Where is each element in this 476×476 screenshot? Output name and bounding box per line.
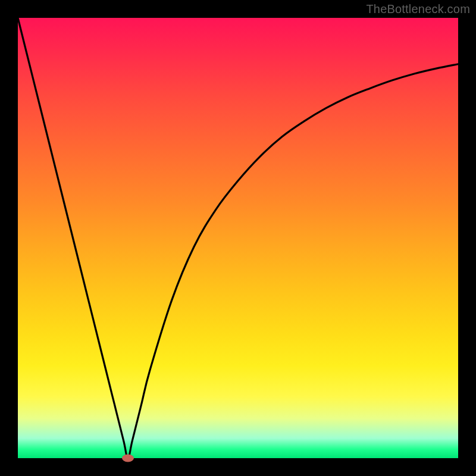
watermark-text: TheBottleneck.com [366, 2, 470, 16]
curve-svg [18, 18, 458, 458]
minimum-marker [122, 455, 134, 462]
chart-frame: TheBottleneck.com [0, 0, 476, 476]
curve-path [18, 18, 458, 458]
plot-area [18, 18, 458, 458]
